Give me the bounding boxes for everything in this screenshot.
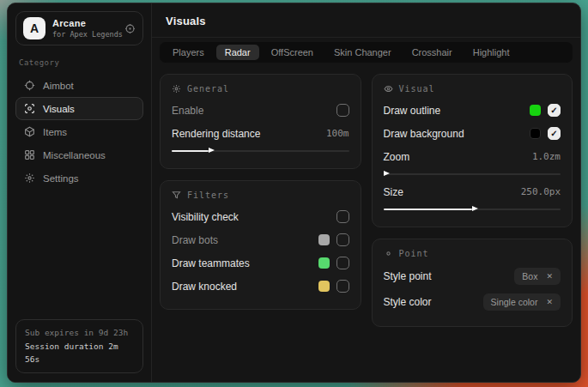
grid-icon xyxy=(24,149,35,160)
sidebar-nav: Aimbot Visuals Items xyxy=(15,74,143,190)
panel-visual: Visual Draw outline ✓ Draw background xyxy=(372,74,573,227)
box-icon xyxy=(24,126,35,137)
slider-fill xyxy=(172,150,209,152)
funnel-icon xyxy=(172,190,181,200)
setting-label: Visibility check xyxy=(172,211,239,223)
setting-row-visibility-check: Visibility check xyxy=(172,205,349,228)
eye-icon xyxy=(384,84,393,94)
style-color-select[interactable]: Single color ✕ xyxy=(483,293,561,311)
tab-skin-changer[interactable]: Skin Changer xyxy=(325,45,400,60)
color-swatch[interactable] xyxy=(530,128,541,139)
setting-label: Zoom xyxy=(384,151,410,163)
rendering-distance-slider[interactable] xyxy=(172,147,349,154)
row-controls xyxy=(318,280,349,293)
slider-thumb[interactable] xyxy=(384,171,390,176)
draw-teammates-checkbox[interactable] xyxy=(336,257,349,269)
panel-point-header: Point xyxy=(384,249,561,258)
setting-row-draw-knocked: Draw knocked xyxy=(172,275,349,298)
app-subtitle: for Apex Legends xyxy=(52,30,118,39)
tab-bar: Players Radar OffScreen Skin Changer Cro… xyxy=(160,42,573,63)
draw-background-checkbox[interactable]: ✓ xyxy=(548,127,561,140)
size-slider[interactable] xyxy=(384,205,561,213)
setting-label: Style point xyxy=(384,270,432,282)
slider-thumb[interactable] xyxy=(209,148,215,153)
draw-outline-checkbox[interactable]: ✓ xyxy=(548,104,561,117)
sidebar: A Arcane for Apex Legends Category xyxy=(8,3,152,382)
panel-filters: Filters Visibility check Draw bots xyxy=(160,180,361,310)
close-icon[interactable]: ✕ xyxy=(546,273,553,281)
tab-players[interactable]: Players xyxy=(164,45,213,60)
sidebar-item-label: Settings xyxy=(43,173,79,184)
panel-point: Point Style point Box ✕ Style color Sing… xyxy=(372,239,573,327)
color-swatch[interactable] xyxy=(318,257,330,269)
draw-knocked-checkbox[interactable] xyxy=(336,280,349,293)
chip-label: Single color xyxy=(491,297,538,307)
color-swatch[interactable] xyxy=(530,105,541,116)
tab-crosshair[interactable]: Crosshair xyxy=(403,45,461,60)
crosshair-icon xyxy=(24,80,35,91)
slider-track xyxy=(384,173,561,175)
sidebar-item-aimbot[interactable]: Aimbot xyxy=(15,74,143,97)
zoom-slider[interactable] xyxy=(384,170,561,178)
panel-visual-header: Visual xyxy=(384,84,561,94)
gear-icon xyxy=(24,172,35,184)
settings-content: General Enable Rendering distance 100m xyxy=(152,63,580,382)
sidebar-item-label: Aimbot xyxy=(43,81,74,91)
setting-row-draw-outline: Draw outline ✓ xyxy=(384,99,561,122)
draw-bots-checkbox[interactable] xyxy=(336,233,349,246)
sidebar-item-miscellaneous[interactable]: Miscellaneous xyxy=(15,143,143,166)
sidebar-item-settings[interactable]: Settings xyxy=(15,166,143,190)
panel-title: Filters xyxy=(187,190,229,200)
chip-label: Box xyxy=(522,271,537,281)
sidebar-item-label: Miscellaneous xyxy=(43,150,106,160)
app-name: Arcane xyxy=(52,18,118,28)
color-swatch[interactable] xyxy=(318,281,330,292)
setting-label: Size xyxy=(384,186,403,198)
gear-icon xyxy=(172,84,181,94)
enable-checkbox[interactable] xyxy=(336,104,349,117)
setting-row-zoom: Zoom 1.0zm xyxy=(384,145,561,168)
setting-row-size: Size 250.0px xyxy=(384,180,561,203)
left-column: General Enable Rendering distance 100m xyxy=(160,74,361,310)
setting-label: Draw bots xyxy=(172,234,218,246)
setting-value: 250.0px xyxy=(521,186,561,197)
slider-fill xyxy=(384,209,472,210)
tab-highlight[interactable]: Highlight xyxy=(464,45,518,60)
color-swatch[interactable] xyxy=(318,234,330,245)
setting-label: Draw background xyxy=(384,128,464,140)
setting-row-style-point: Style point Box ✕ xyxy=(384,263,561,289)
panel-title: Point xyxy=(399,249,429,258)
sidebar-item-visuals[interactable]: Visuals xyxy=(15,97,143,120)
setting-row-draw-background: Draw background ✓ xyxy=(384,122,561,145)
row-controls xyxy=(318,233,349,246)
right-column: Visual Draw outline ✓ Draw background xyxy=(372,74,573,327)
sidebar-item-items[interactable]: Items xyxy=(15,120,143,143)
page-title: Visuals xyxy=(166,15,567,27)
session-card: Sub expires in 9d 23h Session duration 2… xyxy=(15,319,143,373)
sidebar-item-label: Items xyxy=(43,127,67,137)
slider-thumb[interactable] xyxy=(472,206,478,211)
main-area: Visuals Players Radar OffScreen Skin Cha… xyxy=(152,3,580,382)
category-label: Category xyxy=(19,58,140,67)
panel-general-header: General xyxy=(172,84,349,94)
style-point-select[interactable]: Box ✕ xyxy=(514,268,561,285)
setting-label: Draw knocked xyxy=(172,281,237,293)
panel-title: General xyxy=(187,84,229,94)
tab-radar[interactable]: Radar xyxy=(216,45,259,60)
close-icon[interactable]: ✕ xyxy=(546,299,553,306)
setting-label: Enable xyxy=(172,105,203,117)
row-controls: ✓ xyxy=(530,127,561,140)
setting-row-draw-teammates: Draw teammates xyxy=(172,251,349,275)
main-header: Visuals xyxy=(152,3,580,38)
target-icon[interactable] xyxy=(124,23,136,34)
visibility-check-checkbox[interactable] xyxy=(336,210,349,223)
setting-row-draw-bots: Draw bots xyxy=(172,228,349,251)
app-window: A Arcane for Apex Legends Category xyxy=(7,3,581,383)
brand-card: A Arcane for Apex Legends xyxy=(15,11,143,45)
tab-offscreen[interactable]: OffScreen xyxy=(263,45,322,60)
sidebar-spacer xyxy=(15,190,143,319)
setting-row-style-color: Style color Single color ✕ xyxy=(384,289,561,315)
row-controls: ✓ xyxy=(530,104,561,117)
dot-icon xyxy=(384,249,393,258)
setting-value: 1.0zm xyxy=(532,151,561,162)
